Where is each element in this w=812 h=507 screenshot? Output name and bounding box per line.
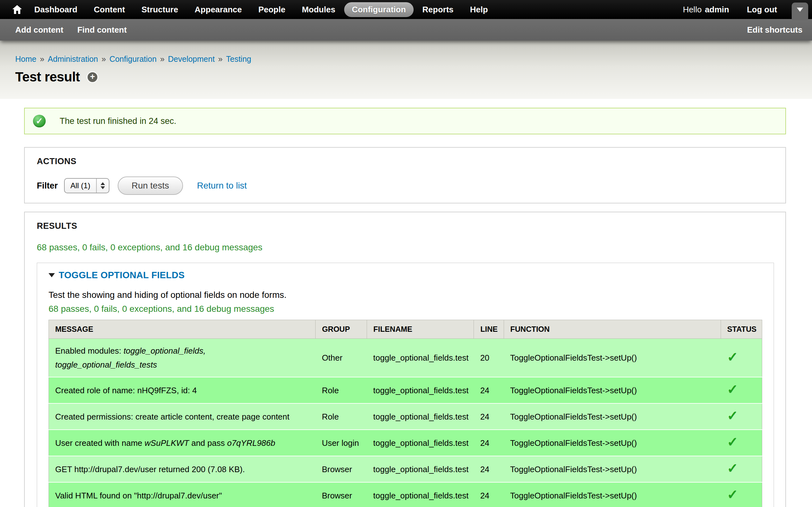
- select-stepper-icon: [96, 179, 109, 193]
- message-cell: Enabled modules: toggle_optional_fields,…: [49, 339, 316, 377]
- success-check-icon: ✓: [33, 115, 46, 127]
- breadcrumb-link-testing[interactable]: Testing: [226, 55, 251, 63]
- collapse-caret-icon: [49, 273, 55, 277]
- message-cell: User created with name wSuPLKWT and pass…: [49, 430, 316, 456]
- toolbar-item-appearance[interactable]: Appearance: [187, 2, 250, 17]
- message-cell: Created permissions: create article cont…: [49, 403, 316, 430]
- message-text-italic: wSuPLKWT: [145, 438, 189, 448]
- column-header-message: MESSAGE: [49, 320, 316, 339]
- function-cell: ToggleOptionalFieldsTest->setUp(): [504, 403, 721, 430]
- home-icon[interactable]: [8, 0, 26, 19]
- toolbar-toggle-button[interactable]: [792, 3, 808, 20]
- group-cell: Browser: [316, 482, 367, 507]
- breadcrumb-link-home[interactable]: Home: [15, 55, 37, 63]
- breadcrumb-link-development[interactable]: Development: [168, 55, 215, 63]
- toolbar-item-dashboard[interactable]: Dashboard: [27, 2, 85, 17]
- message-text: Valid HTML found on "http://drupal7.dev/…: [55, 491, 222, 500]
- breadcrumb-separator: »: [40, 55, 44, 63]
- table-row: GET http://drupal7.dev/user returned 200…: [49, 456, 762, 482]
- filename-cell: toggle_optional_fields.test: [367, 403, 474, 430]
- filter-select[interactable]: All (1): [64, 178, 109, 193]
- pass-check-icon: ✓: [727, 382, 738, 397]
- table-row: Enabled modules: toggle_optional_fields,…: [49, 339, 762, 377]
- pass-check-icon: ✓: [727, 408, 738, 423]
- filename-cell: toggle_optional_fields.test: [367, 482, 474, 507]
- line-cell: 20: [474, 339, 504, 377]
- status-message: ✓ The test run finished in 24 sec.: [24, 108, 786, 134]
- pass-check-icon: ✓: [727, 487, 738, 502]
- breadcrumb-link-configuration[interactable]: Configuration: [109, 55, 157, 63]
- results-heading: RESULTS: [37, 221, 774, 231]
- breadcrumb-link-administration[interactable]: Administration: [48, 55, 98, 63]
- function-cell: ToggleOptionalFieldsTest->setUp(): [504, 456, 721, 482]
- filename-cell: toggle_optional_fields.test: [367, 377, 474, 403]
- test-group-summary: 68 passes, 0 fails, 0 exceptions, and 16…: [49, 304, 762, 314]
- filename-cell: toggle_optional_fields.test: [367, 339, 474, 377]
- run-tests-button[interactable]: Run tests: [118, 176, 183, 195]
- status-cell: ✓: [721, 482, 762, 507]
- return-to-list-link[interactable]: Return to list: [197, 181, 247, 191]
- shortcut-add-content[interactable]: Add content: [15, 25, 63, 35]
- shortcut-menu: Add contentFind content: [15, 25, 141, 35]
- toolbar-item-help[interactable]: Help: [462, 2, 496, 17]
- test-results-table: MESSAGEGROUPFILENAMELINEFUNCTIONSTATUS E…: [49, 320, 762, 507]
- function-cell: ToggleOptionalFieldsTest->setUp(): [504, 430, 721, 456]
- group-cell: Role: [316, 377, 367, 403]
- toolbar-menu: DashboardContentStructureAppearancePeopl…: [26, 2, 496, 17]
- message-cell: GET http://drupal7.dev/user returned 200…: [49, 456, 316, 482]
- filter-select-value: All (1): [65, 179, 96, 193]
- group-cell: Browser: [316, 456, 367, 482]
- toolbar-item-modules[interactable]: Modules: [294, 2, 343, 17]
- message-text: Enabled modules:: [55, 346, 123, 355]
- line-cell: 24: [474, 456, 504, 482]
- breadcrumb-separator: »: [218, 55, 223, 63]
- test-group-description: Test the showing and hiding of optional …: [49, 290, 762, 300]
- line-cell: 24: [474, 482, 504, 507]
- actions-panel: ACTIONS Filter All (1) Run tests Return …: [24, 147, 786, 204]
- toolbar-item-people[interactable]: People: [251, 2, 293, 17]
- status-cell: ✓: [721, 339, 762, 377]
- pass-check-icon: ✓: [727, 349, 738, 364]
- group-cell: User login: [316, 430, 367, 456]
- message-text-italic: o7qYRL986b: [227, 438, 275, 448]
- status-message-text: The test run finished in 24 sec.: [60, 116, 176, 126]
- status-cell: ✓: [721, 377, 762, 403]
- toolbar-item-content[interactable]: Content: [86, 2, 133, 17]
- breadcrumb: Home»Administration»Configuration»Develo…: [15, 55, 812, 64]
- toolbar-item-configuration[interactable]: Configuration: [344, 2, 413, 17]
- breadcrumb-separator: »: [101, 55, 106, 63]
- filename-cell: toggle_optional_fields.test: [367, 430, 474, 456]
- table-row: Created role of name: nHQ9fFZS, id: 4Rol…: [49, 377, 762, 403]
- message-text: Created role of name: nHQ9fFZS, id: 4: [55, 386, 197, 395]
- greeting-prefix: Hello: [683, 5, 702, 14]
- table-row: Created permissions: create article cont…: [49, 403, 762, 430]
- user-greeting: Hello admin: [683, 5, 729, 14]
- main-content: ✓ The test run finished in 24 sec. ACTIO…: [0, 99, 812, 507]
- message-text: GET http://drupal7.dev/user returned 200…: [55, 464, 245, 474]
- message-text: User created with name: [55, 438, 145, 448]
- table-header-row: MESSAGEGROUPFILENAMELINEFUNCTIONSTATUS: [49, 320, 762, 339]
- results-summary: 68 passes, 0 fails, 0 exceptions, and 16…: [37, 242, 774, 252]
- toolbar-item-reports[interactable]: Reports: [415, 2, 461, 17]
- column-header-status: STATUS: [721, 320, 762, 339]
- filter-label: Filter: [37, 181, 58, 191]
- table-row: Valid HTML found on "http://drupal7.dev/…: [49, 482, 762, 507]
- shortcut-bar: Add contentFind content Edit shortcuts: [0, 19, 812, 41]
- page-title: Test result: [15, 69, 80, 84]
- message-cell: Valid HTML found on "http://drupal7.dev/…: [49, 482, 316, 507]
- logout-link[interactable]: Log out: [747, 5, 777, 14]
- column-header-filename: FILENAME: [367, 320, 474, 339]
- edit-shortcuts-link[interactable]: Edit shortcuts: [747, 25, 803, 35]
- toolbar-item-structure[interactable]: Structure: [134, 2, 186, 17]
- chevron-down-icon: [797, 8, 803, 12]
- line-cell: 24: [474, 377, 504, 403]
- admin-toolbar: DashboardContentStructureAppearancePeopl…: [0, 0, 812, 19]
- shortcut-find-content[interactable]: Find content: [78, 25, 127, 35]
- message-cell: Created role of name: nHQ9fFZS, id: 4: [49, 377, 316, 403]
- page-header: Home»Administration»Configuration»Develo…: [0, 41, 812, 99]
- function-cell: ToggleOptionalFieldsTest->setUp(): [504, 339, 721, 377]
- add-shortcut-icon[interactable]: +: [88, 72, 97, 82]
- test-group-title-link[interactable]: TOGGLE OPTIONAL FIELDS: [59, 270, 185, 280]
- line-cell: 24: [474, 403, 504, 430]
- pass-check-icon: ✓: [727, 461, 738, 475]
